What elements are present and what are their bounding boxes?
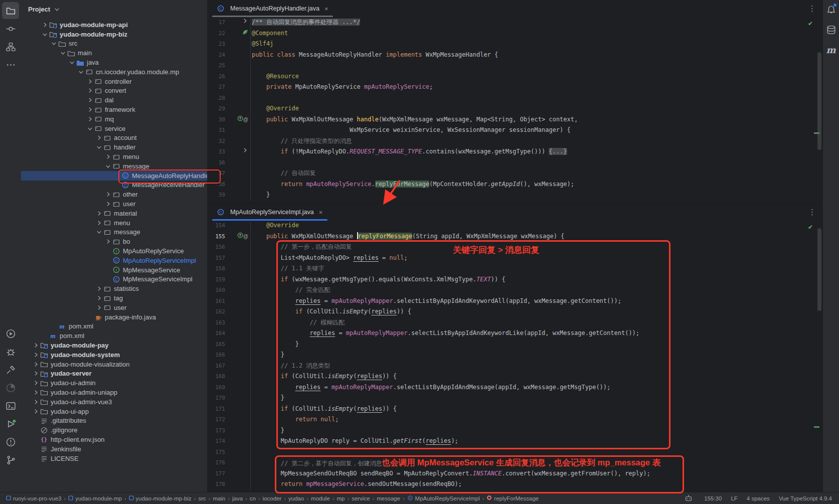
tree-item-menu[interactable]: menu: [21, 152, 207, 161]
indent-widget[interactable]: 4 spaces: [747, 495, 770, 501]
tree-item-MpMessageService[interactable]: IMpMessageService: [21, 265, 207, 275]
ai-assistant-icon[interactable]: [682, 492, 695, 504]
tree-item-Jenkinsfile[interactable]: Jenkinsfile: [21, 444, 207, 454]
chevron-right-icon[interactable]: [95, 295, 103, 301]
chevron-right-icon[interactable]: [32, 389, 40, 396]
run-tool-button[interactable]: [2, 325, 19, 342]
breadcrumb-item-mp[interactable]: mp: [337, 495, 345, 501]
services-tool-button[interactable]: [2, 415, 19, 432]
breadcrumb-item-ruoyi-vue-pro-vue3[interactable]: ruoyi-vue-pro-vue3: [6, 495, 62, 501]
tree-item-yudao-ui-admin[interactable]: yudao-ui-admin: [21, 378, 207, 388]
chevron-right-icon[interactable]: [86, 116, 94, 122]
chevron-right-icon[interactable]: [104, 153, 112, 160]
version-control-tool-button[interactable]: [2, 451, 19, 468]
structure-tool-button[interactable]: [2, 38, 19, 55]
tree-item-bo[interactable]: bo: [21, 237, 207, 246]
caret-position-widget[interactable]: 155:30: [704, 495, 722, 501]
spring-bean-icon[interactable]: [242, 28, 248, 39]
tree-item-message[interactable]: message: [21, 161, 207, 171]
breadcrumb-item-src[interactable]: src: [198, 495, 206, 501]
more-tools-button[interactable]: [2, 56, 19, 73]
tree-item-framework[interactable]: framework: [21, 105, 207, 114]
tree-item-package-info.java[interactable]: package-info.java: [21, 312, 207, 322]
chevron-right-icon[interactable]: [86, 106, 94, 113]
chevron-right-icon[interactable]: [32, 352, 40, 358]
chevron-down-icon[interactable]: [95, 144, 103, 150]
tree-item-LICENSE[interactable]: LICENSE: [21, 454, 207, 463]
chevron-right-icon[interactable]: [95, 304, 103, 311]
tree-item-convert[interactable]: convert: [21, 86, 207, 96]
breadcrumb-item-module[interactable]: module: [311, 495, 330, 501]
breadcrumb-item-service[interactable]: service: [352, 495, 370, 501]
breadcrumb-item-message[interactable]: message: [377, 495, 400, 501]
chevron-right-icon[interactable]: [104, 238, 112, 245]
project-tool-button[interactable]: [2, 2, 19, 19]
chevron-right-icon[interactable]: [32, 408, 40, 415]
chevron-right-icon[interactable]: [41, 22, 49, 28]
tree-item-main[interactable]: main: [21, 48, 207, 58]
tree-item-other[interactable]: other: [21, 190, 207, 199]
chevron-right-icon[interactable]: [86, 97, 94, 103]
chevron-right-icon[interactable]: [104, 201, 112, 207]
terminal-tool-button[interactable]: [2, 397, 19, 414]
project-panel-header[interactable]: Project: [21, 0, 207, 18]
tree-item-MpAutoReplyService[interactable]: IMpAutoReplyService: [21, 246, 207, 256]
chevron-down-icon[interactable]: [104, 163, 112, 170]
close-icon[interactable]: ×: [319, 209, 323, 216]
overrides-method-icon[interactable]: @: [237, 231, 248, 242]
tree-item-yudao-ui-app[interactable]: yudao-ui-app: [21, 407, 207, 416]
tree-item-http-client.env.json[interactable]: {}http-client.env.json: [21, 435, 207, 444]
tree-item-yudao-ui-admin-vue3[interactable]: yudao-ui-admin-vue3: [21, 397, 207, 407]
tree-item-menu[interactable]: menu: [21, 218, 207, 228]
breadcrumb-item-replyForMessage[interactable]: replyForMessage: [486, 495, 539, 501]
tree-item-.gitignore[interactable]: .gitignore: [21, 425, 207, 435]
profiler-tool-button[interactable]: [2, 379, 19, 396]
editor-options-icon[interactable]: ⋮: [808, 207, 816, 217]
chevron-down-icon[interactable]: [53, 6, 61, 13]
tree-item-java[interactable]: java: [21, 58, 207, 67]
tree-item-service[interactable]: service: [21, 124, 207, 133]
chevron-right-icon[interactable]: [104, 191, 112, 198]
tree-item-yudao-module-pay[interactable]: yudao-module-pay: [21, 341, 207, 350]
tree-item-MpAutoReplyServiceImpl[interactable]: CMpAutoReplyServiceImpl: [21, 256, 207, 265]
tree-item-dal[interactable]: dal: [21, 95, 207, 105]
tree-item-yudao-module-system[interactable]: yudao-module-system: [21, 350, 207, 360]
problems-tool-button[interactable]: [2, 433, 19, 450]
chevron-right-icon[interactable]: [86, 87, 94, 94]
tree-item-pom.xml[interactable]: mpom.xml: [21, 322, 207, 331]
build-tool-button[interactable]: [2, 361, 19, 378]
tree-item-MessageAutoReplyHandler[interactable]: CMessageAutoReplyHandler: [21, 171, 207, 181]
tree-item-user[interactable]: user: [21, 303, 207, 312]
tree-item-MpMessageServiceImpl[interactable]: CMpMessageServiceImpl: [21, 275, 207, 284]
chevron-down-icon[interactable]: [77, 69, 85, 75]
database-tool-button[interactable]: [824, 23, 837, 36]
chevron-right-icon[interactable]: [32, 380, 40, 386]
tree-item-pom.xml[interactable]: mpom.xml: [21, 331, 207, 341]
chevron-right-icon[interactable]: [95, 210, 103, 217]
editor-options-icon[interactable]: ⋮: [808, 4, 816, 14]
bottom-editor-scrollbar[interactable]: [817, 228, 821, 311]
fold-arrow-icon[interactable]: [242, 17, 248, 28]
bottom-editor-code[interactable]: 154 @Override155@ public WxMpXmlOutMessa…: [207, 220, 823, 492]
tree-item-.gitattributes[interactable]: .gitattributes: [21, 416, 207, 425]
chevron-down-icon[interactable]: [95, 229, 103, 235]
chevron-right-icon[interactable]: [86, 78, 94, 85]
tab-mp-auto-reply-service-impl[interactable]: C MpAutoReplyServiceImpl.java ×: [212, 204, 327, 221]
chevron-down-icon[interactable]: [86, 125, 94, 132]
breadcrumb-item-iocoder[interactable]: iocoder: [263, 495, 282, 501]
tree-item-yudao-module-visualization[interactable]: yudao-module-visualization: [21, 360, 207, 369]
fold-arrow-icon[interactable]: [242, 146, 248, 157]
notifications-button[interactable]: [824, 3, 837, 16]
breadcrumb-item-cn[interactable]: cn: [250, 495, 256, 501]
tree-item-cn.iocoder.yudao.module.mp[interactable]: cn.iocoder.yudao.module.mp: [21, 67, 207, 77]
chevron-right-icon[interactable]: [32, 361, 40, 368]
chevron-right-icon[interactable]: [32, 399, 40, 405]
inspections-ok-icon[interactable]: ✔: [808, 224, 813, 231]
overrides-method-icon[interactable]: @: [237, 114, 248, 125]
breadcrumb-item-MpAutoReplyServiceImpl[interactable]: CMpAutoReplyServiceImpl: [407, 495, 480, 502]
debug-tool-button[interactable]: [2, 343, 19, 360]
tree-item-yudao-ui-admin-uniapp[interactable]: yudao-ui-admin-uniapp: [21, 388, 207, 397]
chevron-right-icon[interactable]: [95, 220, 103, 226]
chevron-right-icon[interactable]: [32, 370, 40, 377]
tab-message-auto-reply-handler[interactable]: C MessageAutoReplyHandler.java ×: [212, 0, 333, 17]
